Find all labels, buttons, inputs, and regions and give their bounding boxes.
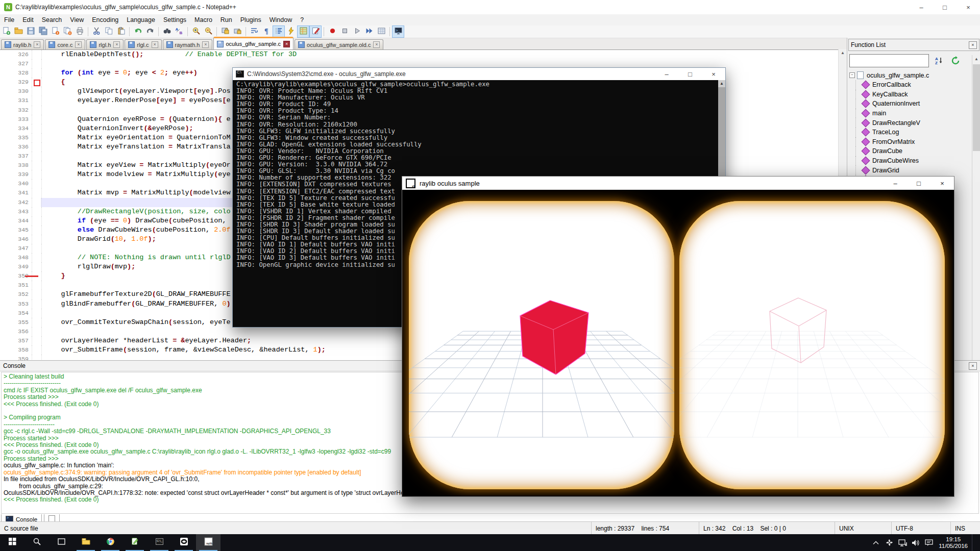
menu-window[interactable]: Window [265,15,296,24]
taskbar-task-view-button[interactable] [49,534,74,551]
function-list-item[interactable]: TraceLog [849,128,980,137]
run-macro-multiple-button[interactable] [363,26,375,38]
close-button[interactable] [49,26,61,38]
cmd-maximize-button[interactable]: □ [678,68,702,80]
tray-pinwheel-icon[interactable] [883,534,896,551]
scroll-up-icon[interactable]: ▲ [839,49,847,57]
menu-settings[interactable]: Settings [159,15,190,24]
document-map-button[interactable] [297,26,309,38]
tab-oculus_glfw_sample.c[interactable]: oculus_glfw_sample.c× [213,37,293,49]
cmd-titlebar[interactable]: C:\Windows\System32\cmd.exe - oculus_glf… [233,68,725,80]
function-list-search-input[interactable] [849,54,929,67]
print-button[interactable] [74,26,86,38]
folder-as-workspace-button[interactable] [309,26,322,38]
taskbar-file-explorer-button[interactable] [74,534,98,551]
function-list-item[interactable]: DrawCubeWires [849,156,980,166]
function-list-root[interactable]: −oculus_glfw_sample.c [849,70,980,80]
record-macro-button[interactable] [326,26,338,38]
save-button[interactable] [24,26,37,38]
zoom-in-button[interactable] [190,26,202,38]
function-list-item[interactable]: DrawCube [849,146,980,156]
tab-close-icon[interactable]: × [152,41,158,48]
tray-chevron-up-icon[interactable] [869,534,883,551]
sync-vertical-button[interactable] [219,26,231,38]
function-list-item[interactable]: main [849,109,980,118]
cmd-minimize-button[interactable]: – [655,68,678,80]
function-list-item[interactable]: DrawGrid [849,165,980,175]
console-close-button[interactable]: × [969,362,977,370]
function-list-item[interactable]: KeyCallback [849,90,980,99]
menu-plugins[interactable]: Plugins [236,15,265,24]
menu-help[interactable]: ? [296,15,308,24]
raylib-window[interactable]: raylib oculus sample – □ × [402,176,954,497]
close-all-button[interactable] [61,26,74,38]
show-desktop-button[interactable] [972,534,975,551]
tab-close-icon[interactable]: × [283,41,290,47]
save-macro-button[interactable] [375,26,387,38]
tab-close-icon[interactable]: × [34,41,40,48]
menu-language[interactable]: Language [122,15,159,24]
raylib-minimize-button[interactable]: – [884,177,907,190]
scroll-up-icon[interactable]: ▲ [972,55,980,63]
tab-close-icon[interactable]: × [75,41,82,48]
paste-button[interactable] [115,26,127,38]
save-all-button[interactable] [37,26,49,38]
minimize-button[interactable]: – [910,0,933,14]
tab-rlgl.h[interactable]: rlgl.h× [86,39,124,49]
action-center-icon[interactable] [922,534,936,551]
tray-network-icon[interactable] [896,534,909,551]
redo-button[interactable] [144,26,156,38]
tab-close-icon[interactable]: × [113,41,120,48]
collapse-icon[interactable]: − [849,72,855,78]
raylib-titlebar[interactable]: raylib oculus sample – □ × [402,177,954,190]
tab-raylib.h[interactable]: raylib.h× [1,39,44,49]
function-list-item[interactable]: QuaternionInvert [849,99,980,109]
menu-encoding[interactable]: Encoding [88,15,122,24]
undo-button[interactable] [132,26,144,38]
show-all-characters-button[interactable]: ¶ [260,26,273,38]
zoom-out-button[interactable] [202,26,214,38]
menu-view[interactable]: View [66,15,88,24]
play-macro-button[interactable] [351,26,363,38]
word-wrap-button[interactable] [248,26,260,38]
raylib-close-button[interactable]: × [930,177,954,190]
menu-macro[interactable]: Macro [190,15,216,24]
function-list-item[interactable]: DrawRectangleV [849,118,980,128]
sort-az-icon[interactable]: AZ [933,55,945,66]
tab-close-icon[interactable]: × [202,41,209,48]
cut-button[interactable] [90,26,103,38]
taskbar-oculus-button[interactable] [172,534,196,551]
stop-macro-button[interactable] [338,26,351,38]
function-list-scrollbar-thumb[interactable] [973,64,980,151]
taskbar-raylib-button[interactable]: raylib [196,534,220,551]
taskbar-clock[interactable]: 19:15 11/05/2016 [939,536,968,549]
tab-rlgl.c[interactable]: rlgl.c× [125,39,161,49]
menu-file[interactable]: File [0,15,18,24]
function-list-item[interactable]: ErrorCallback [849,80,980,90]
tray-speaker-icon[interactable] [909,534,922,551]
taskbar-cmd-button[interactable]: C:\_ [147,534,172,551]
close-button[interactable]: × [957,0,980,14]
tab-raymath.h[interactable]: raymath.h× [163,39,213,49]
taskbar-start-button[interactable] [0,534,24,551]
nppexec-console-button[interactable]: >_ [392,26,404,38]
indent-guide-button[interactable] [273,26,285,38]
taskbar-notepadpp-button[interactable] [122,534,147,551]
scroll-up-icon[interactable]: ▲ [718,80,725,87]
menu-search[interactable]: Search [38,15,66,24]
menu-run[interactable]: Run [216,15,236,24]
menu-edit[interactable]: Edit [18,15,38,24]
raylib-maximize-button[interactable]: □ [907,177,930,190]
function-list-close-button[interactable]: × [969,41,977,49]
open-file-button[interactable] [12,26,24,38]
find-button[interactable] [161,26,173,38]
taskbar-search-button[interactable] [24,534,49,551]
function-list-scrollbar[interactable]: ▲ [972,55,980,360]
function-list-button[interactable] [285,26,297,38]
cmd-close-button[interactable]: × [702,68,725,80]
maximize-button[interactable]: □ [933,0,957,14]
notepadpp-titlebar[interactable]: N C:\raylib\raylib\examples\oculus_glfw_… [0,0,980,14]
tab-core.c[interactable]: core.c× [45,39,85,49]
function-list-item[interactable]: FromOvrMatrix [849,137,980,147]
new-file-button[interactable] [0,26,12,38]
